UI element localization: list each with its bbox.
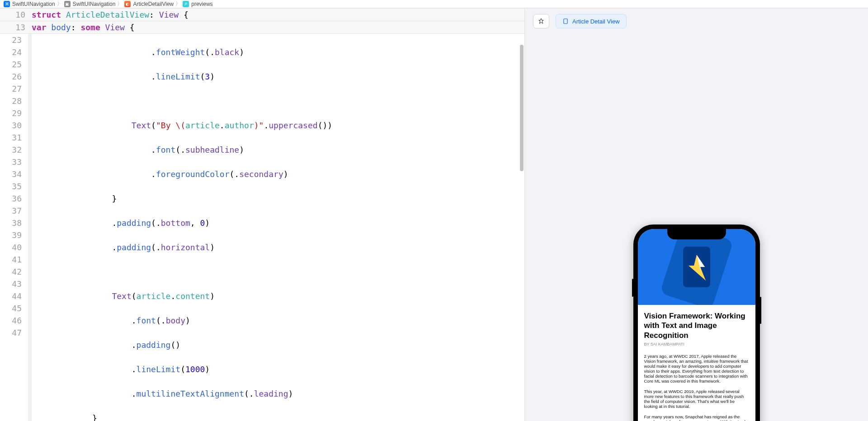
- chevron-right-icon: 〉: [57, 0, 62, 8]
- project-icon: ⌘: [4, 1, 10, 7]
- preview-chip-label: Article Detail View: [572, 18, 620, 25]
- pin-icon: [538, 18, 544, 24]
- code-area[interactable]: .fontWeight(.black) .lineLimit(3) Text("…: [32, 34, 524, 421]
- sticky-scope-line: 10 struct ArticleDetailView: View {: [0, 9, 524, 21]
- line-gutter: 23 24 25 26 27 28 29 30 31 32 33 34 35 3…: [0, 34, 32, 421]
- phone-mock: Vision Framework: Working with Text and …: [633, 225, 760, 421]
- line-number: 10: [0, 10, 32, 19]
- chevron-right-icon: 〉: [175, 0, 181, 8]
- breadcrumb-label: ArticleDetailView: [133, 1, 174, 7]
- article-byline: BY SAI KAMBAMPATI: [644, 342, 749, 346]
- article-body: 2 years ago, at WWDC 2017, Apple release…: [644, 354, 749, 421]
- line-number: 13: [0, 23, 32, 32]
- breadcrumb-label: previews: [191, 1, 212, 7]
- breadcrumb-file[interactable]: ◐ ArticleDetailView: [124, 1, 174, 7]
- breadcrumb: ⌘ SwiftUINavigation 〉 ▣ SwiftUINavigatio…: [0, 0, 868, 8]
- article-hero-image: [638, 229, 755, 305]
- breadcrumb-group[interactable]: ▣ SwiftUINavigation: [64, 1, 116, 7]
- breadcrumb-symbol[interactable]: P previews: [183, 1, 212, 7]
- breadcrumb-label: SwiftUINavigation: [12, 1, 55, 7]
- sticky-scope-line: 13 var body: some View {: [0, 21, 524, 34]
- folder-icon: ▣: [64, 1, 71, 7]
- scrollbar[interactable]: [520, 45, 524, 171]
- code-editor[interactable]: 10 struct ArticleDetailView: View { 13 v…: [0, 9, 524, 421]
- breadcrumb-label: SwiftUINavigation: [73, 1, 116, 7]
- breadcrumb-project[interactable]: ⌘ SwiftUINavigation: [4, 1, 55, 7]
- device-icon: [562, 18, 569, 24]
- phone-notch: [667, 227, 726, 239]
- article-title: Vision Framework: Working with Text and …: [644, 311, 749, 340]
- svg-rect-0: [564, 19, 567, 24]
- swift-icon: ◐: [124, 1, 131, 7]
- pin-preview-button[interactable]: [533, 14, 549, 28]
- canvas-preview: Article Detail View: [524, 9, 868, 421]
- chevron-right-icon: 〉: [117, 0, 123, 8]
- preview-chip[interactable]: Article Detail View: [556, 14, 627, 28]
- property-icon: P: [183, 1, 189, 7]
